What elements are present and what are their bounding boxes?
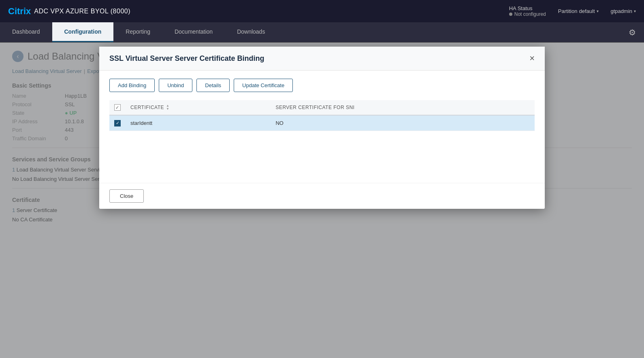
header-left: Citrix ADC VPX AZURE BYOL (8000) xyxy=(8,6,130,17)
modal-footer: Close xyxy=(99,183,545,209)
tab-configuration[interactable]: Configuration xyxy=(52,22,114,42)
tab-documentation[interactable]: Documentation xyxy=(162,22,225,42)
col-certificate-label: CERTIFICATE xyxy=(130,105,164,110)
sort-arrows-certificate[interactable]: ▲▼ xyxy=(166,104,169,111)
modal-overlay: SSL Virtual Server Server Certificate Bi… xyxy=(0,43,644,358)
app-title: ADC VPX AZURE BYOL (8000) xyxy=(34,8,130,15)
col-sni: SERVER CERTIFICATE FOR SNI xyxy=(271,100,535,115)
modal-close-button[interactable]: × xyxy=(529,54,535,63)
ha-status-text: Not configured xyxy=(514,11,546,17)
modal-title: SSL Virtual Server Server Certificate Bi… xyxy=(109,54,264,63)
user-name: gtpadmin xyxy=(611,8,632,14)
tab-documentation-label: Documentation xyxy=(175,28,213,35)
update-certificate-button[interactable]: Update Certificate xyxy=(234,79,293,92)
col-sni-label: SERVER CERTIFICATE FOR SNI xyxy=(275,105,354,110)
table-row[interactable]: ✓ starIdentt NO xyxy=(109,115,535,131)
unbind-button[interactable]: Unbind xyxy=(159,79,192,92)
certificate-table: ✓ CERTIFICATE ▲▼ xyxy=(109,100,535,131)
partition-section[interactable]: Partition default ▾ xyxy=(558,8,599,14)
close-button[interactable]: Close xyxy=(109,189,144,203)
citrix-brand-logo: Citrix xyxy=(8,6,31,17)
ha-status-label: HA Status xyxy=(509,5,533,11)
table-header: ✓ CERTIFICATE ▲▼ xyxy=(109,100,535,115)
table-header-row: ✓ CERTIFICATE ▲▼ xyxy=(109,100,535,115)
table-header-checkbox-cell: ✓ xyxy=(109,100,126,115)
header-checkbox[interactable]: ✓ xyxy=(114,104,121,111)
partition-value: default xyxy=(579,8,595,14)
row-sni-value: NO xyxy=(271,115,535,131)
col-certificate: CERTIFICATE ▲▼ xyxy=(126,100,271,115)
ha-status-value: Not configured xyxy=(509,11,546,17)
row-checkbox[interactable]: ✓ xyxy=(114,120,121,126)
ha-status-section: HA Status Not configured xyxy=(509,5,546,17)
row-certificate-value: starIdentt xyxy=(126,115,271,131)
gear-icon: ⚙ xyxy=(629,28,636,37)
tab-reporting[interactable]: Reporting xyxy=(113,22,162,42)
add-binding-button[interactable]: Add Binding xyxy=(109,79,155,92)
partition-label: Partition xyxy=(558,8,578,14)
tab-dashboard-label: Dashboard xyxy=(12,28,40,35)
settings-gear-button[interactable]: ⚙ xyxy=(621,22,644,42)
user-section[interactable]: gtpadmin ▾ xyxy=(611,8,636,14)
tab-downloads-label: Downloads xyxy=(237,28,265,35)
header-right: HA Status Not configured Partition defau… xyxy=(509,5,636,17)
row-checkbox-cell: ✓ xyxy=(109,115,126,131)
main-content: ‹ Load Balancing Virtual Load Balancing … xyxy=(0,43,644,358)
modal-header: SSL Virtual Server Server Certificate Bi… xyxy=(99,47,545,71)
table-body: ✓ starIdentt NO xyxy=(109,115,535,131)
top-header: Citrix ADC VPX AZURE BYOL (8000) HA Stat… xyxy=(0,0,644,22)
nav-spacer xyxy=(277,22,621,42)
tab-dashboard[interactable]: Dashboard xyxy=(0,22,52,42)
nav-tabs: Dashboard Configuration Reporting Docume… xyxy=(0,22,644,43)
tab-configuration-label: Configuration xyxy=(64,28,102,35)
modal-body: Add Binding Unbind Details Update Certif… xyxy=(99,71,545,183)
tab-reporting-label: Reporting xyxy=(126,28,150,35)
modal-action-buttons: Add Binding Unbind Details Update Certif… xyxy=(109,79,535,92)
tab-downloads[interactable]: Downloads xyxy=(225,22,277,42)
partition-chevron-icon: ▾ xyxy=(597,9,599,13)
ha-dot-icon xyxy=(509,13,512,16)
details-button[interactable]: Details xyxy=(196,79,230,92)
user-chevron-icon: ▾ xyxy=(634,9,636,13)
ssl-binding-modal: SSL Virtual Server Server Certificate Bi… xyxy=(99,47,545,209)
